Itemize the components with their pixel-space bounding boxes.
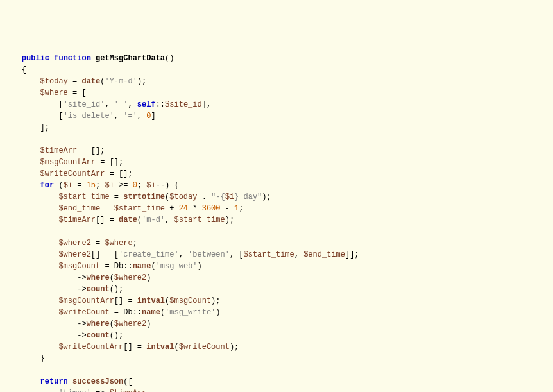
code-block: public function getMsgChartData() { $tod… <box>3 53 550 392</box>
keyword-public: public <box>22 54 49 63</box>
keyword-function: function <box>54 54 91 63</box>
function-name: getMsgChartData <box>96 54 165 63</box>
brace-open: { <box>22 65 26 74</box>
